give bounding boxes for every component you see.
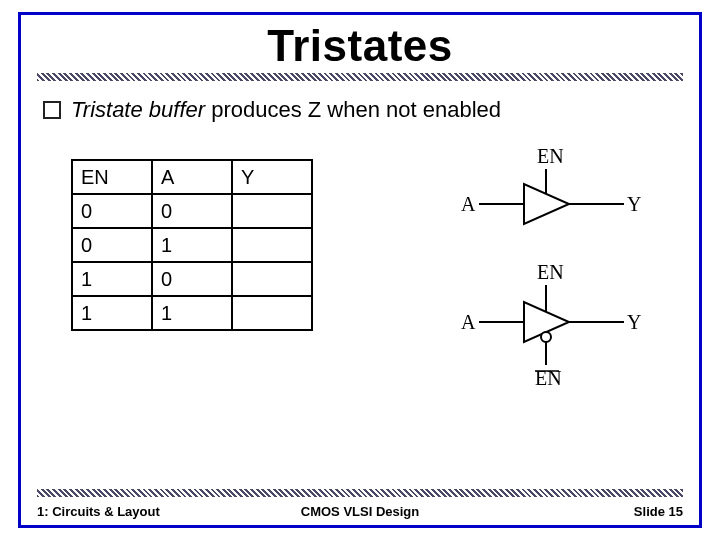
table-row: 0 0 bbox=[72, 194, 312, 228]
table-cell: 1 bbox=[152, 296, 232, 330]
table-cell: 1 bbox=[72, 296, 152, 330]
table-cell bbox=[232, 262, 312, 296]
table-header: Y bbox=[232, 160, 312, 194]
table-cell: 0 bbox=[152, 194, 232, 228]
content-area: EN A Y 0 0 0 1 1 0 1 1 bbox=[21, 149, 699, 449]
table-row: 1 1 bbox=[72, 296, 312, 330]
label-en-bar: EN bbox=[535, 367, 562, 390]
svg-point-7 bbox=[541, 332, 551, 342]
label-a: A bbox=[461, 311, 475, 334]
table-cell: 0 bbox=[72, 194, 152, 228]
table-row: 1 0 bbox=[72, 262, 312, 296]
table-cell: 0 bbox=[72, 228, 152, 262]
table-cell: 0 bbox=[152, 262, 232, 296]
table-cell bbox=[232, 296, 312, 330]
table-cell: 1 bbox=[72, 262, 152, 296]
table-header: A bbox=[152, 160, 232, 194]
truth-table: EN A Y 0 0 0 1 1 0 1 1 bbox=[71, 159, 313, 331]
table-row: 0 1 bbox=[72, 228, 312, 262]
label-y: Y bbox=[627, 311, 641, 334]
tristate-buffer-diagram: EN A Y bbox=[459, 149, 649, 249]
bullet-rest: produces Z when not enabled bbox=[205, 97, 501, 122]
footer-divider bbox=[37, 489, 683, 497]
bullet-line: Tristate buffer produces Z when not enab… bbox=[43, 97, 689, 123]
bullet-icon bbox=[43, 101, 61, 119]
table-header-row: EN A Y bbox=[72, 160, 312, 194]
footer-center: CMOS VLSI Design bbox=[37, 504, 683, 519]
slide-frame: Tristates Tristate buffer produces Z whe… bbox=[18, 12, 702, 528]
diagram-area: EN A Y bbox=[459, 149, 649, 415]
tristate-buffer-enbar-diagram: EN A Y EN bbox=[459, 267, 649, 397]
table-header: EN bbox=[72, 160, 152, 194]
label-y: Y bbox=[627, 193, 641, 216]
bullet-term: Tristate buffer bbox=[71, 97, 205, 122]
label-en: EN bbox=[537, 145, 564, 168]
table-cell bbox=[232, 194, 312, 228]
footer: 1: Circuits & Layout CMOS VLSI Design Sl… bbox=[37, 504, 683, 519]
table-cell bbox=[232, 228, 312, 262]
bullet-text: Tristate buffer produces Z when not enab… bbox=[71, 97, 501, 123]
label-a: A bbox=[461, 193, 475, 216]
table-cell: 1 bbox=[152, 228, 232, 262]
label-en: EN bbox=[537, 261, 564, 284]
slide-title: Tristates bbox=[21, 21, 699, 71]
title-divider bbox=[37, 73, 683, 81]
